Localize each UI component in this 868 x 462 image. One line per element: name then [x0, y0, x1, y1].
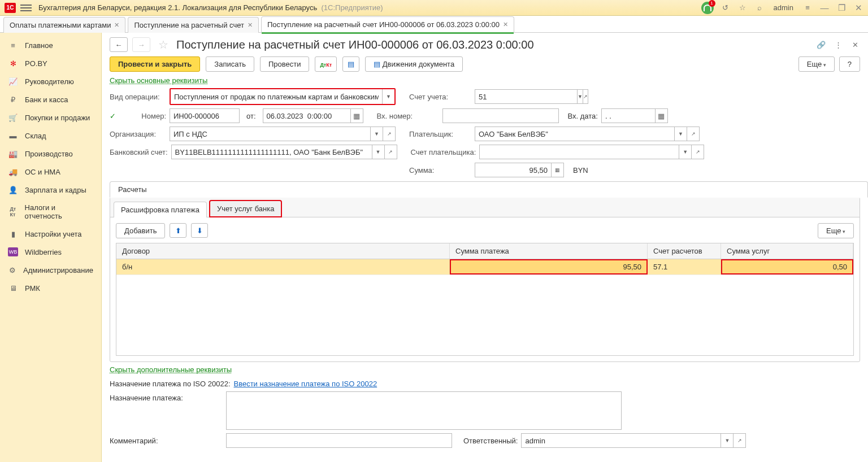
minimize-button[interactable]: — — [819, 3, 830, 13]
close-page-icon[interactable]: ✕ — [850, 40, 860, 50]
calendar-icon[interactable]: ▦ — [351, 108, 363, 123]
operation-type-input[interactable] — [171, 89, 382, 104]
iso-purpose-link[interactable]: Ввести назначение платежа по ISO 20022 — [234, 380, 377, 388]
cell-settlement-account[interactable]: 57.1 — [648, 259, 721, 274]
close-icon[interactable]: ✕ — [248, 21, 253, 29]
subtab-payment-details[interactable]: Расшифровка платежа — [114, 202, 207, 217]
dropdown-icon[interactable]: ▼ — [578, 89, 583, 104]
sidebar-item-assets[interactable]: 🚚ОС и НМА — [0, 163, 101, 181]
sidebar-item-settings[interactable]: ▮Настройки учета — [0, 225, 101, 243]
open-icon[interactable]: ↗ — [687, 127, 700, 141]
close-icon[interactable]: ✕ — [114, 21, 119, 29]
nav-back-button[interactable]: ← — [110, 37, 128, 52]
save-button[interactable]: Записать — [206, 56, 254, 72]
move-up-button[interactable]: ⬆ — [170, 223, 186, 238]
favorite-icon[interactable]: ☆ — [158, 38, 168, 51]
grid-more-button[interactable]: Еще — [818, 223, 854, 238]
dropdown-icon[interactable]: ▼ — [679, 145, 692, 159]
sum-input[interactable] — [475, 163, 552, 177]
sidebar-item-rmk[interactable]: 🖥РМК — [0, 279, 101, 297]
col-services-sum[interactable]: Сумма услуг — [721, 243, 853, 259]
app-title: Бухгалтерия для Беларуси, редакция 2.1. … — [38, 3, 701, 12]
open-icon[interactable]: ↗ — [692, 145, 704, 159]
open-icon[interactable]: ↗ — [385, 145, 397, 159]
sidebar-item-taxes[interactable]: ДтКтНалоги и отчетность — [0, 199, 101, 225]
open-icon[interactable]: ↗ — [383, 127, 396, 141]
account-input[interactable] — [475, 89, 578, 104]
help-button[interactable]: ? — [839, 56, 860, 72]
search-icon[interactable]: ⌕ — [754, 3, 765, 13]
col-contract[interactable]: Договор — [116, 243, 450, 259]
star-icon[interactable]: ☆ — [737, 3, 748, 13]
calculator-icon[interactable]: ▦ — [552, 163, 564, 177]
subtab-bank-services[interactable]: Учет услуг банка — [209, 200, 282, 217]
tab-incoming-bank-doc[interactable]: Поступление на расчетный счет ИН00-00000… — [261, 16, 514, 33]
calendar-icon[interactable]: ▦ — [656, 108, 668, 123]
payer-account-input[interactable] — [479, 145, 679, 159]
sum-label: Сумма: — [409, 166, 471, 175]
dtkt-button[interactable]: ДтКт — [315, 56, 337, 72]
open-icon[interactable]: ↗ — [583, 89, 588, 104]
bank-account-input[interactable] — [171, 145, 372, 159]
col-settlement-account[interactable]: Счет расчетов — [648, 243, 721, 259]
comment-label: Комментарий: — [110, 437, 223, 445]
cell-contract[interactable]: б/н — [116, 259, 450, 274]
sidebar-item-sales[interactable]: 🛒Покупки и продажи — [0, 108, 101, 127]
purpose-label: Назначение платежа: — [110, 391, 223, 402]
cell-services-sum[interactable]: 0,50 — [721, 259, 853, 274]
post-button[interactable]: Провести — [260, 56, 310, 72]
dropdown-icon[interactable]: ▼ — [675, 127, 687, 141]
purpose-textarea[interactable] — [226, 391, 622, 430]
history-icon[interactable]: ↺ — [721, 3, 731, 13]
sidebar-item-bank[interactable]: ₽Банк и касса — [0, 90, 101, 108]
responsible-input[interactable] — [521, 433, 721, 448]
more-button[interactable]: Еще — [798, 56, 835, 72]
sidebar-item-admin[interactable]: ⚙Администрирование — [0, 261, 101, 279]
operation-type-label: Вид операции: — [110, 93, 166, 101]
number-input[interactable] — [170, 108, 240, 123]
col-payment-sum[interactable]: Сумма платежа — [450, 243, 648, 259]
movements-button[interactable]: ▤ Движения документа — [365, 56, 463, 72]
more-menu-icon[interactable]: ⋮ — [833, 40, 843, 50]
restore-button[interactable]: ❐ — [836, 3, 847, 13]
close-button[interactable]: ✕ — [853, 3, 863, 13]
user-label[interactable]: admin — [774, 3, 793, 12]
incoming-date-input[interactable] — [601, 108, 656, 123]
tab-payments-cards[interactable]: Оплаты платежными картами✕ — [3, 17, 125, 33]
dropdown-icon[interactable]: ▼ — [372, 145, 385, 159]
iso-purpose-label: Назначение платежа по ISO 20022: — [110, 380, 231, 388]
nav-forward-button[interactable]: → — [132, 37, 150, 52]
hide-main-details-link[interactable]: Скрыть основные реквизиты — [102, 76, 868, 85]
settings-menu-icon[interactable]: ≡ — [802, 3, 813, 13]
sidebar-item-manager[interactable]: 📈Руководителю — [0, 72, 101, 90]
sidebar-item-warehouse[interactable]: ▬Склад — [0, 127, 101, 145]
sidebar-item-main[interactable]: ≡Главное — [0, 36, 101, 54]
post-and-close-button[interactable]: Провести и закрыть — [110, 56, 200, 72]
sidebar-item-production[interactable]: 🏭Производство — [0, 145, 101, 163]
organization-input[interactable] — [170, 127, 371, 141]
link-icon[interactable]: 🔗 — [816, 40, 826, 50]
create-based-button[interactable]: ▤ — [342, 56, 359, 72]
hide-extra-details-link[interactable]: Скрыть дополнительные реквизиты — [110, 365, 232, 374]
date-input[interactable] — [263, 108, 351, 123]
main-menu-button[interactable] — [20, 2, 32, 14]
close-icon[interactable]: ✕ — [503, 21, 508, 28]
incoming-number-input[interactable] — [442, 108, 559, 123]
cell-payment-sum[interactable]: 95,50 — [450, 259, 648, 274]
comment-input[interactable] — [226, 433, 452, 448]
posted-icon: ✓ — [110, 112, 121, 120]
payer-input[interactable] — [475, 127, 675, 141]
tab-calculations[interactable]: Расчеты — [110, 181, 868, 198]
dropdown-icon[interactable]: ▼ — [371, 127, 383, 141]
table-row[interactable]: б/н 95,50 57.1 0,50 — [116, 259, 853, 275]
tab-incoming-bank[interactable]: Поступление на расчетный счет✕ — [128, 17, 258, 33]
sidebar-item-hr[interactable]: 👤Зарплата и кадры — [0, 181, 101, 199]
notifications-button[interactable]: 1 — [701, 2, 714, 14]
add-row-button[interactable]: Добавить — [116, 223, 165, 238]
dropdown-icon[interactable]: ▼ — [721, 433, 734, 448]
dropdown-icon[interactable]: ▼ — [382, 89, 394, 104]
open-icon[interactable]: ↗ — [734, 433, 746, 448]
sidebar-item-wildberries[interactable]: WBWildberries — [0, 243, 101, 261]
move-down-button[interactable]: ⬇ — [191, 223, 208, 238]
sidebar-item-poby[interactable]: ✻PO.BY — [0, 54, 101, 72]
